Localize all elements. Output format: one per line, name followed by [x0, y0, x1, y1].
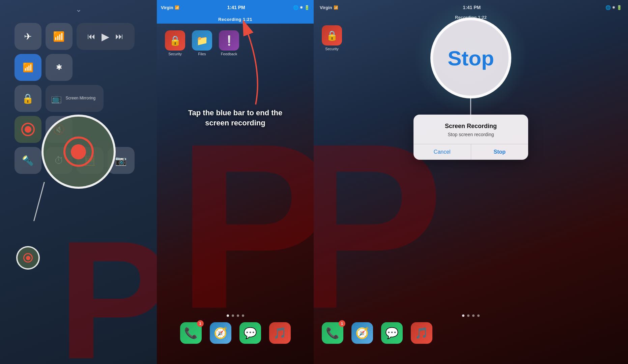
p3-page-dot-1 [462, 314, 464, 317]
p3-page-dots [462, 314, 480, 317]
files-app-icon[interactable]: 📁 Files [192, 30, 212, 56]
files-app-box: 📁 [192, 30, 212, 51]
dock-music[interactable]: 🎵 [269, 322, 291, 344]
next-button[interactable]: ⏭ [115, 32, 123, 41]
security-app-label: Security [168, 52, 182, 56]
p3-page-dot-3 [472, 314, 475, 317]
lock-rotation-icon: 🔒 [22, 93, 34, 104]
cc-row-1: ✈ 📶 📶 ✱ ⏮ ▶ ⏭ [15, 23, 143, 81]
wifi-status-icon: 📶 [175, 5, 179, 10]
dialog-buttons: Cancel Stop [413, 144, 528, 160]
status-left: Virgin 📶 [161, 5, 179, 10]
circle-line-connector [33, 182, 45, 221]
p3-status-left: Virgin 📶 [320, 5, 338, 10]
prev-button[interactable]: ⏮ [87, 32, 95, 41]
screen-mirroring-button[interactable]: 📺 Screen Mirroring [46, 85, 104, 112]
panel3-iphone-stop: Virgin 📶 1:41 PM 🌐 ✱ 🔋 Recording 1:22 🔒 … [314, 0, 628, 364]
rec-dot-inner [25, 126, 31, 133]
p3-page-dot-4 [477, 314, 480, 317]
p3-status-right: 🌐 ✱ 🔋 [605, 5, 622, 10]
p3-page-dot-2 [467, 314, 469, 317]
p3-dock: 📞 1 🧭 💬 🎵 [314, 322, 628, 344]
p3-carrier: Virgin [320, 5, 332, 10]
battery-icon: 🔋 [304, 5, 310, 10]
p3-statusbar: Virgin 📶 1:41 PM 🌐 ✱ 🔋 [314, 0, 628, 15]
stop-label: Stop [448, 46, 494, 70]
p3-wifi-icon: 📶 [334, 5, 338, 10]
status-time: 1:41 PM [227, 5, 245, 10]
p3-phone-badge: 1 [339, 320, 345, 327]
rec-dot-outer [21, 123, 35, 136]
big-rec-dot-inner [71, 144, 86, 159]
small-rec-dot-inner [26, 256, 30, 260]
carrier-label: Virgin [161, 5, 173, 10]
files-app-label: Files [198, 52, 206, 56]
screen-recording-button[interactable] [15, 116, 41, 143]
dialog-content: Screen Recording Stop screen recording [413, 115, 528, 137]
bluetooth-icon: ✱ [56, 63, 62, 72]
p3-dock-safari[interactable]: 🧭 [351, 322, 373, 344]
cellular-icon: 📶 [53, 31, 65, 42]
big-rec-dot-outer [63, 136, 94, 167]
airplane-mode-button[interactable]: ✈ [15, 23, 41, 50]
screen-recording-dialog: Screen Recording Stop screen recording C… [413, 115, 528, 160]
status-right: 🌐 ✱ 🔋 [293, 5, 310, 10]
bluetooth-button[interactable]: ✱ [46, 54, 73, 81]
screen-recording-zoom-circle [41, 115, 116, 189]
globe-icon: 🌐 [293, 5, 298, 10]
play-button[interactable]: ▶ [102, 31, 109, 42]
page-dot-3 [237, 314, 239, 317]
phone-badge: 1 [197, 320, 204, 327]
dialog-cancel-button[interactable]: Cancel [413, 144, 471, 160]
bg-letter-p1: P [58, 216, 157, 364]
screen-mirroring-icon: 📺 [51, 93, 62, 104]
wifi-icon: 📶 [23, 62, 33, 73]
media-controls: ⏮ ▶ ⏭ [77, 23, 135, 50]
security-app-box: 🔒 [165, 30, 185, 51]
dialog-subtitle: Stop screen recording [420, 132, 521, 137]
phone-statusbar[interactable]: Virgin 📶 1:41 PM 🌐 ✱ 🔋 [157, 0, 314, 15]
arrow-svg [229, 20, 276, 108]
stop-circle[interactable]: Stop [430, 18, 511, 98]
chevron-down-icon[interactable]: ⌄ [68, 6, 89, 13]
p3-security-app-icon[interactable]: 🔒 Security [322, 25, 342, 51]
p3-dock-phone[interactable]: 📞 1 [322, 322, 343, 344]
panel2-iphone-home: Virgin 📶 1:41 PM 🌐 ✱ 🔋 Recording 1:21 🔒 … [157, 0, 314, 364]
page-dot-2 [232, 314, 234, 317]
p3-battery-icon: 🔋 [617, 5, 622, 10]
p3-security-app-box: 🔒 [322, 25, 342, 46]
page-dot-1 [227, 314, 229, 317]
small-rec-dot-outer [23, 253, 33, 263]
screen-recording-small-circle [16, 246, 40, 270]
p3-status-time: 1:41 PM [463, 5, 481, 10]
arrow-container [229, 20, 276, 109]
dock-safari[interactable]: 🧭 [210, 322, 231, 344]
p3-bt-icon: ✱ [612, 5, 615, 10]
p3-dock-music[interactable]: 🎵 [411, 322, 432, 344]
cc-left-col: 🔒 [15, 85, 41, 143]
dock-phone[interactable]: 📞 1 [180, 322, 202, 344]
cc-row-1a: ✈ 📶 [15, 23, 73, 50]
camera-icon: 📷 [115, 155, 127, 166]
page-dot-4 [242, 314, 244, 317]
p3-security-app-label: Security [325, 47, 339, 51]
panel1-control-center: P ⌄ ✈ 📶 📶 ✱ [0, 0, 157, 364]
cc-row-1b: 📶 ✱ [15, 54, 73, 81]
screen-mirroring-label: Screen Mirroring [66, 96, 96, 101]
dock-messages[interactable]: 💬 [239, 322, 261, 344]
page-dots [227, 314, 244, 317]
lock-rotation-button[interactable]: 🔒 [15, 85, 41, 112]
dialog-stop-button[interactable]: Stop [471, 144, 529, 160]
bg-letter-p2: P [176, 108, 314, 344]
bt-icon: ✱ [300, 5, 303, 10]
wifi-button[interactable]: 📶 [15, 54, 41, 81]
cellular-button[interactable]: 📶 [46, 23, 73, 50]
torch-button[interactable]: 🔦 [15, 147, 41, 174]
dock: 📞 1 🧭 💬 🎵 [157, 322, 314, 344]
instruction-text: Tap the blue bar to end the screen recor… [178, 108, 293, 128]
p3-dock-messages[interactable]: 💬 [381, 322, 403, 344]
security-app-icon[interactable]: 🔒 Security [165, 30, 185, 56]
dialog-title: Screen Recording [420, 123, 521, 130]
airplane-icon: ✈ [24, 31, 32, 42]
torch-icon: 🔦 [22, 155, 34, 166]
